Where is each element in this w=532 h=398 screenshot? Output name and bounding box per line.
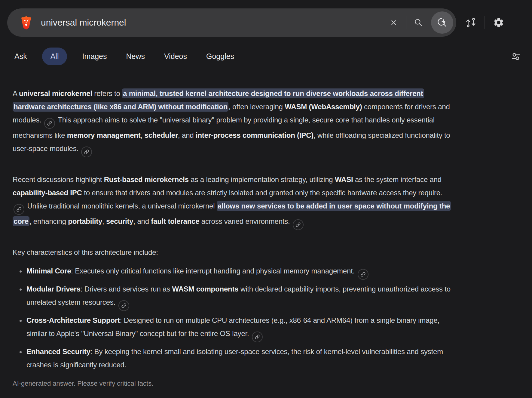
ai-sparkle-search-icon (436, 17, 448, 28)
answer-paragraph: A universal microkernel refers to a mini… (13, 87, 454, 157)
settings-gear-icon[interactable] (493, 17, 504, 28)
answer-text: Modular Drivers (26, 285, 81, 293)
answer-text: WASI (335, 175, 353, 184)
citation-link-icon[interactable] (14, 204, 24, 215)
search-icon[interactable] (411, 15, 426, 30)
topbar-divider (485, 16, 485, 29)
answer-text: portability (68, 217, 102, 225)
tab-images[interactable]: Images (78, 48, 111, 65)
answer-text: inter-process communication (IPC) (196, 131, 313, 139)
answer-text: memory management (67, 131, 141, 139)
brave-logo-icon (20, 15, 32, 30)
answer-text: Recent discussions highlight (13, 175, 104, 184)
citation-link-icon[interactable] (44, 118, 55, 129)
results-filter-icon[interactable] (511, 51, 521, 62)
answer-text: , often leveraging (228, 103, 285, 111)
list-item: Modular Drivers: Drivers and services ru… (26, 282, 454, 311)
clear-icon[interactable] (387, 15, 401, 30)
answer-text: , (102, 217, 106, 225)
citation-link-icon[interactable] (252, 332, 263, 342)
answer-body: A universal microkernel refers to a mini… (13, 87, 454, 374)
answer-text: , enhancing (29, 217, 68, 225)
answer-text: A (13, 89, 19, 97)
answer-text: , (141, 131, 145, 139)
answer-text: Cross-Architecture Support (26, 316, 120, 324)
answer-text: , and (178, 131, 196, 139)
answer-text: security (106, 217, 133, 225)
citation-link-icon[interactable] (358, 269, 368, 280)
citation-link-icon[interactable] (81, 147, 92, 157)
citation-link-icon[interactable] (293, 219, 304, 230)
list-item: Minimal Core: Executes only critical fun… (26, 264, 454, 280)
answer-text: Unlike traditional monolithic kernels, a… (27, 202, 216, 210)
answer-text: Minimal Core (26, 267, 71, 275)
answer-text: : Drivers and services run as (81, 285, 172, 293)
answer-text: scheduler (144, 131, 178, 139)
answer-text: , and (133, 217, 151, 225)
answer-text: to ensure that drivers and modules are s… (82, 189, 442, 197)
key-characteristics-list: Minimal Core: Executes only critical fun… (13, 264, 454, 372)
ai-disclaimer: AI-generated answer. Please verify criti… (13, 380, 153, 387)
list-item: Cross-Architecture Support: Designed to … (26, 314, 454, 342)
answer-text: universal microkernel (19, 89, 92, 97)
answer-text: as a leading implementation strategy, ut… (189, 175, 335, 184)
sort-arrows-icon[interactable] (465, 17, 477, 28)
answer-paragraph: Key characteristics of this architecture… (13, 246, 454, 259)
list-item: Enhanced Security: By keeping the kernel… (26, 345, 454, 372)
tab-news[interactable]: News (122, 48, 149, 65)
tab-all[interactable]: All (42, 48, 67, 65)
answer-text: as the system interface and (353, 175, 442, 184)
topbar-actions (465, 8, 504, 37)
search-input[interactable] (40, 17, 387, 28)
answer-text: refers to (92, 89, 122, 97)
citation-link-icon[interactable] (118, 300, 129, 311)
search-bar[interactable] (7, 8, 456, 37)
answer-text: : Executes only critical functions like … (71, 267, 356, 275)
answer-text: capability-based IPC (13, 189, 82, 197)
tab-ask[interactable]: Ask (10, 48, 31, 65)
ai-search-button[interactable] (431, 11, 453, 34)
answer-text: Key characteristics of this architecture… (13, 248, 158, 256)
answer-text: Rust-based microkernels (104, 175, 189, 184)
answer-text: fault tolerance (151, 217, 199, 225)
tab-videos[interactable]: Videos (160, 48, 191, 65)
answer-text: across varied environments. (199, 217, 292, 225)
tab-goggles[interactable]: Goggles (202, 48, 238, 65)
answer-text: WASM (WebAssembly) (285, 103, 362, 111)
answer-text: WASM components (172, 285, 239, 293)
searchbar-divider (406, 16, 406, 29)
tab-bar: AskAllImagesNewsVideosGoggles (10, 48, 521, 65)
answer-text: Enhanced Security (26, 347, 90, 356)
answer-paragraph: Recent discussions highlight Rust-based … (13, 173, 454, 230)
